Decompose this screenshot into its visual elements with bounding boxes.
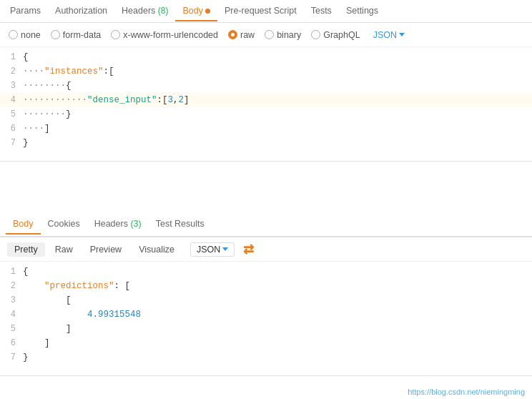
req-line-4: 4 ············"dense_input":[3,2]	[0, 93, 532, 107]
resp-line-2: 2 "predictions": [	[0, 279, 532, 293]
resp-line-3: 3 [	[0, 293, 532, 307]
resp-line-7: 7 }	[0, 350, 532, 365]
spacer	[0, 162, 532, 212]
resp-tab-headers[interactable]: Headers (3)	[87, 215, 149, 235]
response-body-editor: 1 { 2 "predictions": [ 3 [ 4 4.99315548 …	[0, 262, 532, 376]
req-line-5: 5 ········}	[0, 107, 532, 122]
req-line-1: 1 {	[0, 50, 532, 64]
response-tabs-bar: Body Cookies Headers (3) Test Results	[0, 212, 532, 237]
body-dot	[205, 9, 210, 14]
tab-body[interactable]: Body	[175, 1, 217, 21]
chevron-down-icon	[399, 33, 405, 36]
req-line-7: 7 }	[0, 136, 532, 150]
req-line-3: 3 ········{	[0, 79, 532, 93]
response-format-dropdown[interactable]: JSON	[190, 242, 235, 257]
radio-binary[interactable]: binary	[265, 30, 301, 40]
pretty-button[interactable]: Pretty	[7, 242, 45, 257]
tab-pre-request[interactable]: Pre-request Script	[217, 1, 304, 21]
radio-circle-binary	[265, 30, 274, 39]
radio-circle-graphql	[311, 30, 320, 39]
resp-line-5: 5 ]	[0, 322, 532, 336]
radio-circle-raw	[228, 30, 237, 39]
wrap-lines-icon[interactable]: ⇄	[243, 242, 254, 257]
radio-none[interactable]: none	[9, 30, 41, 40]
request-body-editor[interactable]: 1 { 2 ····"instances":[ 3 ········{ 4 ··…	[0, 47, 532, 162]
visualize-button[interactable]: Visualize	[132, 242, 182, 257]
resp-line-4: 4 4.99315548	[0, 307, 532, 322]
preview-button[interactable]: Preview	[83, 242, 129, 257]
response-section: Body Cookies Headers (3) Test Results Pr…	[0, 212, 532, 376]
raw-button[interactable]: Raw	[48, 242, 80, 257]
radio-form-data[interactable]: form-data	[51, 30, 102, 40]
resp-tab-test-results[interactable]: Test Results	[149, 215, 212, 235]
resp-tab-cookies[interactable]: Cookies	[41, 215, 87, 235]
tab-authorization[interactable]: Authorization	[48, 1, 114, 21]
resp-line-6: 6 ]	[0, 336, 532, 350]
radio-circle-form-data	[51, 30, 60, 39]
top-tabs-bar: Params Authorization Headers (8) Body Pr…	[0, 0, 532, 23]
req-line-6: 6 ····]	[0, 122, 532, 136]
format-row: Pretty Raw Preview Visualize JSON ⇄	[0, 237, 532, 262]
req-line-2: 2 ····"instances":[	[0, 64, 532, 79]
tab-tests[interactable]: Tests	[304, 1, 339, 21]
resp-tab-body[interactable]: Body	[6, 215, 41, 235]
body-type-row: none form-data x-www-form-urlencoded raw…	[0, 23, 532, 47]
tab-params[interactable]: Params	[3, 1, 48, 21]
tab-settings[interactable]: Settings	[339, 1, 385, 21]
response-chevron-icon	[222, 247, 228, 251]
radio-graphql[interactable]: GraphQL	[311, 30, 360, 40]
radio-urlencoded[interactable]: x-www-form-urlencoded	[111, 30, 218, 40]
tab-headers[interactable]: Headers (8)	[114, 1, 175, 21]
radio-raw[interactable]: raw	[228, 30, 255, 40]
watermark-url: https://blog.csdn.net/niemingming	[408, 388, 525, 396]
resp-line-1: 1 {	[0, 265, 532, 279]
json-format-dropdown[interactable]: JSON	[373, 30, 405, 40]
radio-circle-none	[9, 30, 18, 39]
radio-circle-urlencoded	[111, 30, 120, 39]
